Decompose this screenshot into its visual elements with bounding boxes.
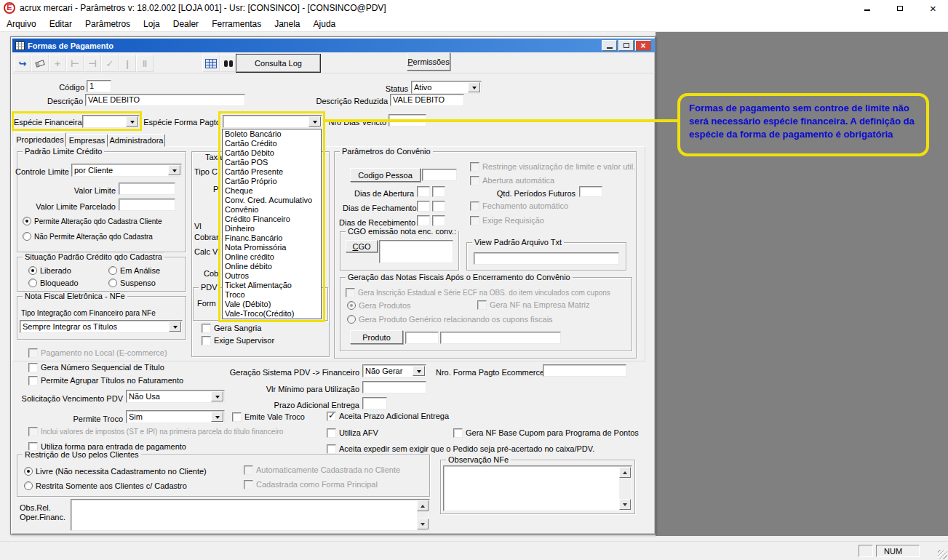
- produto-input-1[interactable]: [405, 332, 439, 344]
- menu-item[interactable]: Editar: [43, 16, 79, 32]
- grid-view-button[interactable]: [202, 55, 220, 72]
- scroll-up-button[interactable]: [619, 467, 631, 478]
- permissoes-button[interactable]: Permissões: [407, 52, 450, 71]
- confirm-button[interactable]: ✓: [101, 55, 119, 72]
- cgo-input[interactable]: [379, 240, 453, 263]
- chevron-down-icon[interactable]: [468, 82, 480, 92]
- menu-item[interactable]: Parâmetros: [79, 16, 137, 32]
- exige-supervisor-checkbox[interactable]: Exige Supervisor: [202, 335, 274, 345]
- permite-alteracao-radio[interactable]: Permite Alteração qdo Cadastra Cliente: [23, 216, 162, 226]
- status-combo[interactable]: Ativo: [411, 81, 482, 94]
- menu-item[interactable]: Janela: [268, 16, 306, 32]
- scrollbar[interactable]: [619, 467, 631, 510]
- resize-grip-icon[interactable]: [938, 550, 947, 559]
- prazo-adicional-input[interactable]: [362, 397, 387, 409]
- vlr-minimo-input[interactable]: [362, 381, 426, 393]
- forma-principal-checkbox[interactable]: Cadastrada como Forma Principal: [244, 479, 378, 489]
- valor-limite-parcelado-input[interactable]: [119, 199, 175, 211]
- erase-button[interactable]: [31, 55, 49, 72]
- gera-numero-sequencial-checkbox[interactable]: Gera Número Sequencial de Título: [28, 362, 164, 372]
- suspenso-radio[interactable]: Suspenso: [108, 278, 156, 288]
- scroll-down-button[interactable]: [619, 499, 631, 510]
- codigo-pessoa-input[interactable]: [422, 169, 457, 181]
- window-titlebar[interactable]: Formas de Pagamento: [12, 39, 655, 52]
- observacao-nfe-textarea[interactable]: [443, 465, 632, 511]
- menu-item[interactable]: Ferramentas: [205, 16, 268, 32]
- emite-vale-troco-checkbox[interactable]: Emite Vale Troco: [232, 412, 305, 422]
- gera-produto-generico-radio[interactable]: Gera Produto Genérico relacionando os cu…: [347, 314, 553, 324]
- window-minimize-button[interactable]: [602, 40, 617, 51]
- gera-nf-base-cupom-checkbox[interactable]: Gera NF Base Cupom para Programa de Pont…: [453, 428, 639, 438]
- aceita-expedir-checkbox[interactable]: Aceita expedir sem exigir que o Pedido s…: [327, 444, 594, 454]
- descricao-reduzida-input[interactable]: VALE DEBITO: [390, 94, 464, 106]
- dias-recebimento-input-1[interactable]: [417, 215, 430, 226]
- aceita-prazo-checkbox[interactable]: Aceita Prazo Adicional Entrega: [327, 411, 449, 421]
- obs-rel-textarea[interactable]: [71, 499, 430, 531]
- dias-recebimento-input-2[interactable]: [432, 215, 445, 226]
- permite-troco-combo[interactable]: Sim: [126, 410, 225, 423]
- close-form-button[interactable]: ↪: [14, 55, 31, 72]
- inclui-impostos-checkbox[interactable]: Inclui valores de impostos (ST e IPI) na…: [28, 426, 283, 436]
- solicitacao-vencimento-combo[interactable]: Não Usa: [126, 390, 225, 403]
- app-close-button[interactable]: ×: [918, 0, 948, 16]
- app-minimize-button[interactable]: [853, 0, 882, 16]
- menu-item[interactable]: Ajuda: [307, 16, 343, 32]
- auto-cadastrada-checkbox[interactable]: Automaticamente Cadastrada no Cliente: [244, 465, 400, 475]
- dias-abertura-input-2[interactable]: [432, 186, 445, 197]
- produto-button[interactable]: Produto: [350, 330, 403, 344]
- gera-produtos-radio[interactable]: Gera Produtos: [347, 300, 411, 311]
- fechamento-automatico-checkbox[interactable]: Fechamento automático: [470, 201, 568, 211]
- gera-nf-matriz-checkbox[interactable]: Gera NF na Empresa Matriz: [477, 300, 590, 310]
- menu-item[interactable]: Dealer: [167, 16, 205, 32]
- nro-forma-ecommerce-input[interactable]: [543, 364, 626, 377]
- gera-inscricao-checkbox[interactable]: Gera Inscrição Estadual e Série ECF na O…: [346, 287, 610, 297]
- codigo-input[interactable]: 1: [87, 80, 111, 92]
- permite-agrupar-checkbox[interactable]: Permite Agrupar Títulos no Faturamento: [28, 375, 183, 385]
- gera-sangria-checkbox[interactable]: Gera Sangria: [202, 323, 261, 333]
- utiliza-afv-checkbox[interactable]: Utiliza AFV: [327, 428, 378, 438]
- bar-button[interactable]: |: [119, 55, 136, 72]
- valor-limite-input[interactable]: [119, 183, 175, 195]
- controle-limite-combo[interactable]: por Cliente: [71, 164, 182, 177]
- nao-permite-alteracao-radio[interactable]: Não Permite Alteração qdo Cadastra: [23, 231, 153, 241]
- scroll-down-button[interactable]: [417, 519, 429, 529]
- bloqueado-radio[interactable]: Bloqueado: [28, 278, 79, 288]
- double-bar-button[interactable]: ‖: [136, 55, 154, 72]
- em-analise-radio[interactable]: Em Análise: [108, 265, 160, 276]
- append-button[interactable]: +: [49, 55, 66, 72]
- restrita-radio[interactable]: Restrita Somente aos Clientes c/ Cadastr…: [24, 481, 187, 491]
- window-restore-button[interactable]: [618, 40, 634, 51]
- codigo-pessoa-button[interactable]: Codigo Pessoa: [350, 168, 421, 182]
- cgo-button[interactable]: CGO: [346, 240, 378, 252]
- branch-up-button[interactable]: ⊢: [66, 55, 84, 72]
- menu-item[interactable]: Arquivo: [0, 16, 43, 32]
- tab-propriedades[interactable]: Propriedades: [14, 132, 66, 147]
- pagamento-local-checkbox[interactable]: Pagamento no Local (E-commerce): [28, 348, 167, 358]
- dias-fechamento-input-1[interactable]: [417, 201, 430, 212]
- scroll-up-button[interactable]: [417, 500, 429, 511]
- qtd-periodos-input[interactable]: [579, 186, 602, 197]
- tab-administradora[interactable]: Administradora: [108, 134, 165, 147]
- app-maximize-button[interactable]: [885, 0, 915, 16]
- dias-abertura-input-1[interactable]: [417, 186, 430, 197]
- chevron-down-icon[interactable]: [168, 165, 180, 175]
- produto-input-2[interactable]: [440, 332, 561, 344]
- exige-requisicao-checkbox[interactable]: Exige Requisição: [470, 215, 544, 225]
- view-padrao-input[interactable]: [474, 252, 619, 265]
- livre-radio[interactable]: Livre (Não necessita Cadastramento no Cl…: [24, 466, 207, 476]
- menu-item[interactable]: Loja: [137, 16, 167, 32]
- dias-fechamento-input-2[interactable]: [432, 201, 445, 212]
- branch-down-button[interactable]: ⊣: [84, 55, 101, 72]
- tipo-integracao-combo[interactable]: Sempre Integrar os Títulos: [20, 320, 183, 333]
- chevron-down-icon[interactable]: [211, 391, 223, 401]
- search-button[interactable]: [220, 55, 237, 72]
- tab-empresas[interactable]: Empresas: [66, 134, 108, 147]
- geracao-sistema-pdv-combo[interactable]: Não Gerar: [362, 364, 426, 377]
- chevron-down-icon[interactable]: [211, 412, 223, 422]
- chevron-down-icon[interactable]: [413, 366, 425, 376]
- liberado-radio[interactable]: Liberado: [28, 265, 71, 276]
- restringe-checkbox[interactable]: Restringe visualização de limite e valor…: [470, 161, 635, 172]
- window-close-button[interactable]: ×: [635, 40, 651, 51]
- scrollbar[interactable]: [417, 500, 429, 529]
- descricao-input[interactable]: VALE DEBITO: [85, 94, 245, 106]
